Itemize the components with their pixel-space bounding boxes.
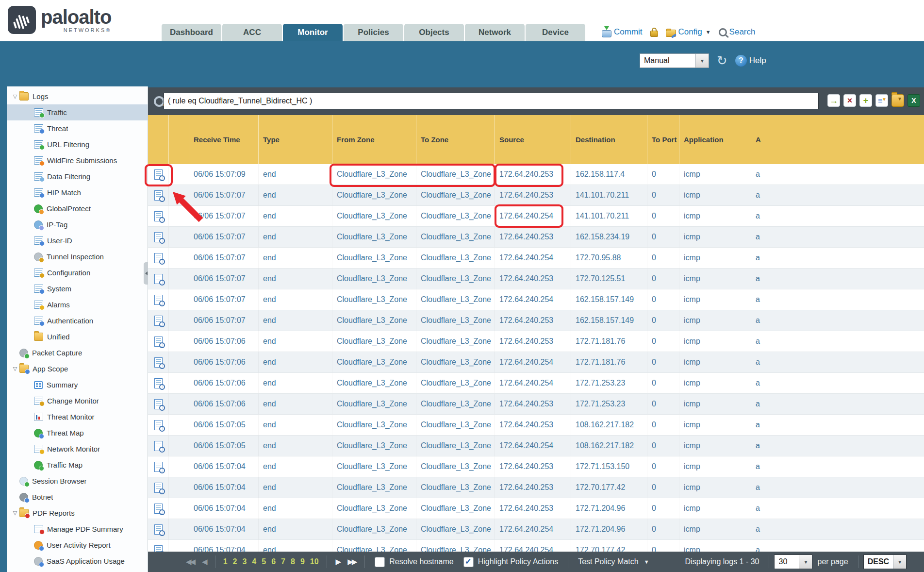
sidebar-item-pdf-reports[interactable]: ▽ PDF Reports [7, 505, 148, 521]
per-page-dropdown-icon[interactable]: ▼ [799, 555, 812, 569]
log-row[interactable]: 06/06 15:07:06 end Cloudflare_L3_Zone Cl… [148, 394, 924, 415]
tab-device[interactable]: Device [526, 24, 585, 41]
help-label[interactable]: Help [749, 56, 766, 66]
log-row[interactable]: 06/06 15:07:05 end Cloudflare_L3_Zone Cl… [148, 415, 924, 436]
test-policy-match-button[interactable]: Test Policy Match ▼ [578, 557, 649, 566]
column-header-to-zone[interactable]: To Zone [416, 115, 495, 164]
log-detail-icon[interactable] [154, 545, 163, 552]
expander-icon[interactable]: ▽ [11, 366, 19, 372]
log-row[interactable]: 06/06 15:07:09 end Cloudflare_L3_Zone Cl… [148, 164, 924, 185]
page-number[interactable]: 9 [300, 557, 305, 566]
page-number[interactable]: 3 [242, 557, 247, 566]
log-detail-icon[interactable] [154, 336, 163, 347]
sidebar-item-user-activity-report[interactable]: User Activity Report [7, 537, 148, 553]
log-row[interactable]: 06/06 15:07:07 end Cloudflare_L3_Zone Cl… [148, 248, 924, 269]
sidebar-item-traffic[interactable]: Traffic [7, 104, 148, 120]
refresh-mode-select[interactable]: Manual ▼ [640, 53, 709, 68]
log-detail-icon[interactable] [154, 524, 163, 535]
log-detail-icon[interactable] [154, 462, 163, 472]
clear-filter-icon[interactable]: × [843, 94, 856, 107]
sidebar-item-app-scope[interactable]: ▽ App Scope [7, 361, 148, 377]
page-number[interactable]: 10 [310, 557, 319, 566]
tab-network[interactable]: Network [465, 24, 525, 41]
sidebar-item-globalprotect[interactable]: GlobalProtect [7, 201, 148, 217]
log-detail-icon[interactable] [154, 316, 163, 326]
last-page-button[interactable]: ▶▶ [347, 557, 356, 566]
tab-policies[interactable]: Policies [344, 24, 403, 41]
log-row[interactable]: 06/06 15:07:04 end Cloudflare_L3_Zone Cl… [148, 477, 924, 498]
log-detail-icon[interactable] [154, 274, 163, 284]
column-header-blank-1[interactable] [169, 115, 189, 164]
log-row[interactable]: 06/06 15:07:04 end Cloudflare_L3_Zone Cl… [148, 498, 924, 519]
tab-acc[interactable]: ACC [222, 24, 282, 41]
log-detail-icon[interactable] [154, 378, 163, 388]
log-detail-icon[interactable] [154, 420, 163, 430]
sort-order-select[interactable]: DESC ▼ [863, 555, 907, 569]
filter-builder-icon[interactable] [875, 94, 888, 107]
sidebar-item-logs[interactable]: ▽ Logs [7, 88, 148, 104]
sidebar-item-alarms[interactable]: Alarms [7, 297, 148, 313]
sort-order-dropdown-icon[interactable]: ▼ [893, 555, 906, 569]
prev-page-button[interactable]: ◀ [202, 557, 206, 566]
log-row[interactable]: 06/06 15:07:05 end Cloudflare_L3_Zone Cl… [148, 436, 924, 456]
refresh-mode-dropdown-icon[interactable]: ▼ [695, 54, 709, 67]
log-detail-icon[interactable] [154, 357, 163, 368]
log-detail-icon[interactable] [154, 190, 163, 201]
export-icon[interactable]: X [908, 94, 920, 107]
sidebar-item-traffic-map[interactable]: Traffic Map [7, 457, 148, 473]
sidebar-item-botnet[interactable]: Botnet [7, 489, 148, 505]
sidebar-item-summary[interactable]: Summary [7, 377, 148, 393]
sidebar-item-system[interactable]: System [7, 281, 148, 297]
log-row[interactable]: 06/06 15:07:04 end Cloudflare_L3_Zone Cl… [148, 540, 924, 552]
page-number[interactable]: 4 [252, 557, 256, 566]
log-row[interactable]: 06/06 15:07:06 end Cloudflare_L3_Zone Cl… [148, 331, 924, 352]
sidebar-item-change-monitor[interactable]: Change Monitor [7, 393, 148, 409]
column-header-to-port[interactable]: To Port [647, 115, 679, 164]
column-header-type[interactable]: Type [259, 115, 332, 164]
next-page-button[interactable]: ▶ [336, 557, 340, 566]
log-detail-icon[interactable] [154, 232, 163, 242]
page-number[interactable]: 7 [281, 557, 285, 566]
sidebar-item-hip-match[interactable]: HIP Match [7, 185, 148, 201]
sidebar-item-threat-monitor[interactable]: Threat Monitor [7, 409, 148, 425]
expander-icon[interactable]: ▽ [11, 510, 19, 516]
column-header-from-zone[interactable]: From Zone [332, 115, 416, 164]
log-detail-icon[interactable] [154, 504, 163, 514]
sidebar-item-url-filtering[interactable]: URL Filtering [7, 136, 148, 152]
expander-icon[interactable]: ▽ [11, 93, 19, 100]
sidebar-item-packet-capture[interactable]: Packet Capture [7, 345, 148, 361]
log-detail-icon[interactable] [154, 399, 163, 409]
refresh-icon[interactable]: ↻ [717, 54, 727, 67]
sidebar-item-data-filtering[interactable]: Data Filtering [7, 168, 148, 185]
sidebar-item-user-id[interactable]: User-ID [7, 233, 148, 249]
tab-monitor[interactable]: Monitor [283, 24, 343, 41]
sidebar-item-unified[interactable]: Unified [7, 329, 148, 345]
page-number[interactable]: 2 [233, 557, 237, 566]
resolve-hostname-checkbox[interactable] [375, 557, 385, 567]
log-row[interactable]: 06/06 15:07:07 end Cloudflare_L3_Zone Cl… [148, 227, 924, 248]
sidebar-item-network-monitor[interactable]: Network Monitor [7, 441, 148, 457]
first-page-button[interactable]: ◀◀ [186, 557, 194, 566]
sidebar-item-manage-pdf-summary[interactable]: Manage PDF Summary [7, 521, 148, 537]
log-detail-icon[interactable] [154, 295, 163, 305]
sidebar-item-ip-tag[interactable]: IP-Tag [7, 217, 148, 233]
highlight-policy-checkbox[interactable] [463, 557, 474, 567]
page-number[interactable]: 1 [223, 557, 228, 566]
commit-button[interactable]: Commit [602, 27, 643, 37]
saved-filters-icon[interactable] [891, 94, 904, 107]
log-row[interactable]: 06/06 15:07:07 end Cloudflare_L3_Zone Cl… [148, 185, 924, 206]
sidebar-item-configuration[interactable]: Configuration [7, 265, 148, 281]
sidebar-item-wildfire-submissions[interactable]: WildFire Submissions [7, 152, 148, 168]
column-header-a[interactable]: A [751, 115, 924, 164]
log-detail-icon[interactable] [154, 169, 163, 180]
column-header-destination[interactable]: Destination [571, 115, 647, 164]
column-header-receive-time[interactable]: Receive Time [189, 115, 259, 164]
help-icon[interactable]: ? [735, 55, 747, 67]
config-menu-button[interactable]: Config ▼ [666, 27, 711, 37]
page-number[interactable]: 5 [262, 557, 266, 566]
log-row[interactable]: 06/06 15:07:04 end Cloudflare_L3_Zone Cl… [148, 456, 924, 477]
per-page-select[interactable]: 30 ▼ [774, 555, 812, 569]
log-detail-icon[interactable] [154, 253, 163, 263]
sidebar-item-session-browser[interactable]: Session Browser [7, 473, 148, 489]
log-row[interactable]: 06/06 15:07:06 end Cloudflare_L3_Zone Cl… [148, 373, 924, 394]
